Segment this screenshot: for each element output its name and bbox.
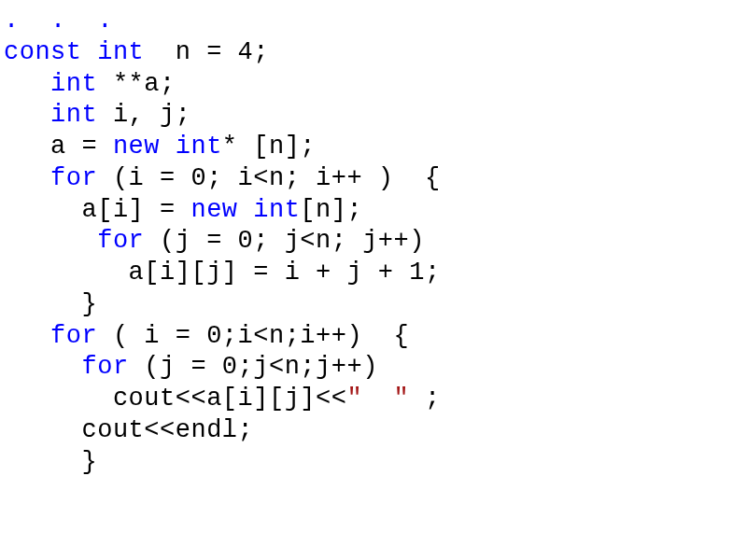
code-text: * [n]; <box>222 133 316 161</box>
code-text: a = <box>4 133 113 161</box>
kw-for: for <box>4 322 97 350</box>
code-text: [n]; <box>300 196 362 224</box>
code-text: **a; <box>97 70 176 98</box>
code-line-1: . . . <box>4 7 113 35</box>
code-line-10: } <box>4 290 97 318</box>
kw-for: for <box>4 164 97 192</box>
kw-for: for <box>4 227 144 255</box>
code-text: a[i] = <box>4 196 190 224</box>
code-text: cout<<a[i][j]<< <box>4 385 346 413</box>
kw-const-int: const int <box>4 38 144 66</box>
code-text: (i = 0; i<n; i++ ) { <box>97 164 440 192</box>
kw-int: int <box>4 70 97 98</box>
kw-new-int: new int <box>190 196 300 224</box>
code-text: i, j; <box>97 101 190 129</box>
code-text: ; <box>409 385 440 413</box>
kw-for: for <box>4 353 129 381</box>
code-text: ( i = 0;i<n;i++) { <box>97 322 409 350</box>
code-text: (j = 0; j<n; j++) <box>144 227 425 255</box>
code-line-14: cout<<endl; <box>4 416 253 444</box>
kw-new-int: new int <box>113 133 222 161</box>
code-text: n = 4; <box>144 38 269 66</box>
string-literal: " " <box>346 385 409 413</box>
code-text: (j = 0;j<n;j++) <box>129 353 378 381</box>
code-listing: . . . const int n = 4; int **a; int i, j… <box>0 0 747 478</box>
kw-int: int <box>4 101 97 129</box>
code-line-15: } <box>4 448 97 476</box>
code-line-9: a[i][j] = i + j + 1; <box>4 259 441 287</box>
